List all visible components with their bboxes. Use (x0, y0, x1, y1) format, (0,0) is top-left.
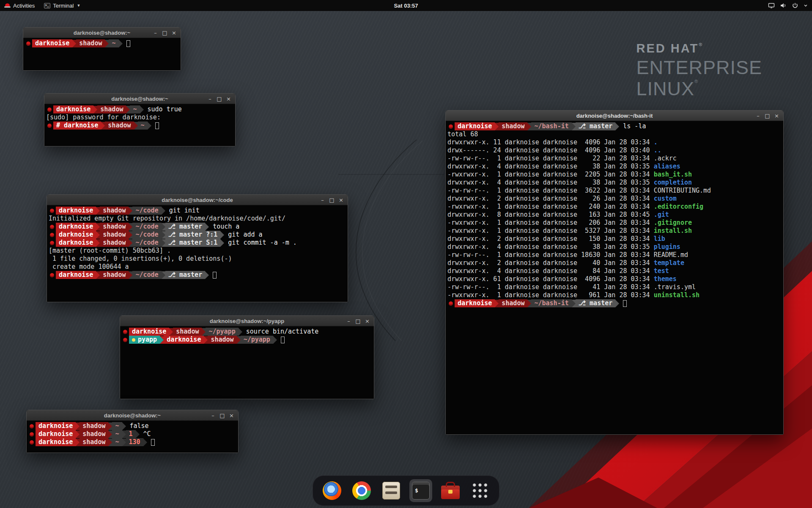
output-text: drwxrwxr-x. 61 darknoise darknoise 4096 … (447, 275, 654, 283)
windows-layer: darknoise@shadow:~–□×darknoiseshadow~dar… (0, 0, 812, 508)
prompt-segment-user: darknoise (56, 207, 96, 215)
maximize-button[interactable]: □ (215, 95, 223, 103)
close-button[interactable]: × (337, 196, 345, 204)
dock-item-files[interactable] (380, 479, 403, 502)
prompt-segment-host: shadow (76, 39, 105, 47)
close-button[interactable]: × (773, 112, 781, 120)
minimize-button[interactable]: – (754, 112, 762, 120)
maximize-button[interactable]: □ (161, 29, 169, 37)
system-status-area[interactable] (764, 0, 812, 11)
prompt-segment-user: darknoise (32, 39, 72, 47)
maximize-button[interactable]: □ (354, 317, 362, 325)
terminal-line: drwxrwxr-x. 4 darknoise darknoise 38 Jan… (447, 243, 782, 251)
window-titlebar[interactable]: darknoise@shadow:~/code–□× (47, 195, 348, 205)
terminal-icon (412, 482, 430, 500)
terminal-window-home-2[interactable]: darknoise@shadow:~–□×darknoiseshadow~fal… (26, 410, 239, 453)
prompt-segment-user: darknoise (56, 239, 96, 247)
powerline-separator-icon (122, 431, 126, 438)
output-text: drwxrwxr-x. 8 darknoise darknoise 163 Ja… (447, 211, 654, 219)
prompt-segment-user: darknoise (36, 430, 76, 438)
powerline-separator-icon (495, 123, 499, 130)
prompt-segment-host: shadow (499, 299, 527, 307)
terminal-line: -rwxrwxr-x. 1 darknoise darknoise 5327 J… (447, 227, 782, 235)
powerline-separator-icon (220, 239, 224, 247)
prompt-segment-host: shadow (100, 231, 129, 239)
terminal-line: darknoiseshadow~/code⎇ mastertouch a (49, 223, 346, 231)
terminal-content[interactable]: darknoiseshadow~/bash-it⎇ masterls -lato… (446, 121, 783, 434)
close-button[interactable]: × (170, 29, 178, 37)
close-button[interactable]: × (228, 411, 236, 420)
close-button[interactable]: × (363, 317, 371, 325)
terminal-line: [sudo] password for darknoise: (46, 113, 233, 121)
powerline-separator-icon (96, 231, 100, 239)
clock-label[interactable]: Sat 03:57 (394, 3, 418, 9)
maximize-button[interactable]: □ (328, 196, 336, 204)
powerline-separator-icon (239, 328, 242, 336)
output-text: drwxrwxr-x. 2 darknoise darknoise 150 Ja… (447, 235, 654, 243)
terminal-window-sudo[interactable]: darknoise@shadow:~–□×darknoiseshadow~sud… (44, 93, 236, 146)
terminal-app-icon (44, 3, 50, 8)
minimize-button[interactable]: – (345, 317, 353, 325)
powerline-separator-icon (160, 336, 164, 344)
chevron-down-icon (804, 3, 808, 8)
minimize-button[interactable]: – (206, 95, 214, 103)
output-text: drwxrwxr-x. 2 darknoise darknoise 26 Jan… (447, 195, 654, 203)
powerline-separator-icon (136, 431, 140, 438)
powerline-separator-icon (76, 422, 80, 430)
app-menu-terminal[interactable]: Terminal ▼ (39, 0, 85, 11)
terminal-line: darknoiseshadow~ (25, 39, 179, 47)
powerline-separator-icon (129, 231, 132, 239)
minimize-button[interactable]: – (318, 196, 326, 204)
terminal-line: 1 file changed, 0 insertions(+), 0 delet… (49, 255, 346, 263)
terminal-content[interactable]: darknoiseshadow~/pyappsource bin/activat… (120, 326, 374, 399)
window-titlebar[interactable]: darknoise@shadow:~–□× (23, 28, 181, 38)
prompt-os-icon (28, 422, 35, 430)
dock-item-firefox[interactable] (321, 479, 343, 502)
window-titlebar[interactable]: darknoise@shadow:~–□× (27, 410, 238, 421)
prompt-segment-host: shadow (100, 223, 129, 231)
terminal-content[interactable]: darknoiseshadow~falsedarknoiseshadow~1^C… (27, 421, 238, 453)
power-icon (792, 2, 798, 9)
dock-item-chrome[interactable] (350, 479, 373, 502)
prompt-segment-user: darknoise (455, 122, 495, 130)
display-icon (768, 2, 775, 9)
powerline-separator-icon (122, 422, 126, 430)
terminal-window-code[interactable]: darknoise@shadow:~/code–□×darknoiseshado… (47, 194, 348, 302)
terminal-window-pyapp[interactable]: darknoise@shadow:~/pyapp–□×darknoiseshad… (120, 315, 374, 399)
terminal-line: total 68 (447, 130, 782, 138)
output-text: -rwxrwxr-x. 1 darknoise darknoise 206 Ja… (447, 219, 654, 227)
dock-item-app-grid[interactable] (469, 479, 491, 502)
minimize-button[interactable]: – (209, 411, 217, 420)
terminal-window-home-1[interactable]: darknoise@shadow:~–□×darknoiseshadow~ (23, 27, 181, 71)
prompt-segment-path: ~ (109, 39, 118, 47)
terminal-content[interactable]: darknoiseshadow~ (23, 38, 181, 70)
prompt-segment-path: ~/bash-it (531, 299, 571, 307)
activities-button[interactable]: Activities (0, 0, 39, 11)
prompt-segment-path: ~ (138, 121, 148, 130)
maximize-button[interactable]: □ (218, 411, 226, 420)
powerline-separator-icon (273, 336, 277, 344)
terminal-window-bash-it[interactable]: darknoise@shadow:~/bash-it–□×darknoisesh… (445, 110, 784, 435)
dock-item-terminal[interactable] (409, 479, 432, 502)
terminal-content[interactable]: darknoiseshadow~sudo true[sudo] password… (44, 104, 235, 146)
toolbox-icon (441, 486, 460, 499)
output-text: drwxrwxr-x. 2 darknoise darknoise 40 Jan… (447, 259, 654, 267)
terminal-line: drwxrwxr-x. 2 darknoise darknoise 150 Ja… (447, 235, 782, 243)
prompt-segment-host: shadow (80, 430, 108, 438)
powerline-separator-icon (105, 40, 109, 47)
maximize-button[interactable]: □ (763, 112, 771, 120)
terminal-line: [master (root-commit) 50bcb63] . (49, 247, 346, 255)
terminal-content[interactable]: darknoiseshadow~/codegit initInitialized… (47, 205, 348, 302)
window-titlebar[interactable]: darknoise@shadow:~–□× (44, 94, 235, 104)
window-titlebar[interactable]: darknoise@shadow:~/bash-it–□× (446, 110, 783, 121)
close-button[interactable]: × (225, 95, 233, 103)
powerline-separator-icon (134, 122, 138, 130)
minimize-button[interactable]: – (151, 29, 159, 37)
powerline-separator-icon (162, 223, 165, 231)
dock-item-toolbox[interactable] (439, 479, 462, 502)
clock: Sat 03:57 (0, 3, 812, 9)
terminal-line: -rwxrwxr-x. 1 darknoise darknoise 961 Ja… (447, 291, 782, 299)
command-text: git commit -a -m . (224, 239, 297, 247)
window-titlebar[interactable]: darknoise@shadow:~/pyapp–□× (120, 316, 374, 326)
prompt-segment-host: shadow (105, 121, 134, 130)
